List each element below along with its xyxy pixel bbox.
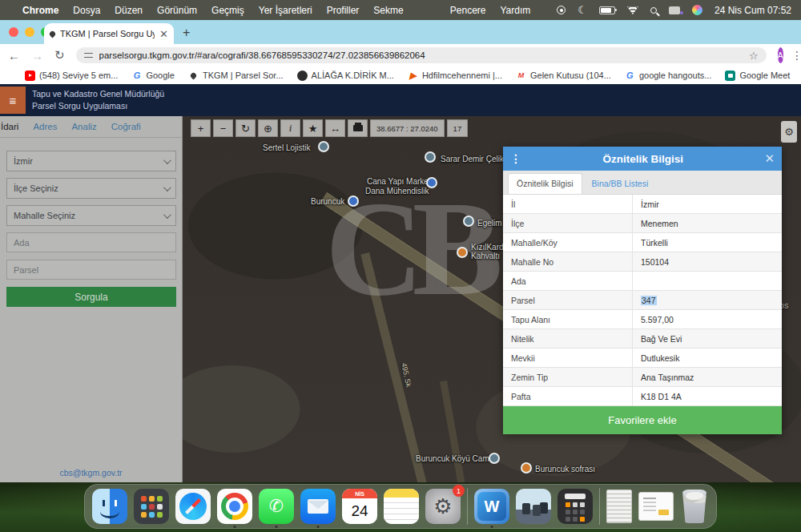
new-tab-button[interactable]: + xyxy=(183,26,190,40)
place-pin-icon[interactable] xyxy=(426,177,437,188)
menu-gecmis[interactable]: Geçmiş xyxy=(211,5,244,16)
menu-yardim[interactable]: Yardım xyxy=(501,5,531,16)
sorgula-button[interactable]: Sorgula xyxy=(6,287,176,307)
place-pin-icon[interactable] xyxy=(348,195,359,207)
map-settings-button[interactable]: ⚙ xyxy=(781,121,797,143)
profile-avatar[interactable]: A xyxy=(778,47,783,63)
photo-app-icon[interactable] xyxy=(516,489,551,524)
zoom-out-button[interactable]: − xyxy=(213,119,233,137)
screen-record-icon[interactable] xyxy=(557,6,566,14)
province-select[interactable]: İzmir xyxy=(6,151,176,171)
place-pin-icon[interactable] xyxy=(318,141,329,152)
menu-profiller[interactable]: Profiller xyxy=(327,5,360,16)
focus-moon-icon[interactable]: ☾ xyxy=(578,4,587,16)
tab-close-icon[interactable]: ✕ xyxy=(159,28,168,40)
siri-icon[interactable] xyxy=(692,5,702,15)
selected-parcel-value[interactable]: 347 xyxy=(641,296,657,305)
zoom-level-display: 17 xyxy=(447,119,469,137)
bookmark-item[interactable]: Google Meet xyxy=(725,71,790,81)
wifi-icon[interactable] xyxy=(627,6,638,14)
chrome-icon[interactable] xyxy=(217,489,252,524)
bookmark-item[interactable]: GGoogle xyxy=(131,71,174,81)
trash-icon[interactable] xyxy=(680,490,709,523)
menu-pencere[interactable]: Pencere xyxy=(450,5,486,16)
map-canvas[interactable]: ★ CB Sertel Lojistik Sarar Demir Çelik C… xyxy=(183,116,801,482)
calendar-icon[interactable]: NİS 24 xyxy=(342,489,377,524)
forward-icon[interactable]: → xyxy=(31,49,43,62)
menu-dosya[interactable]: Dosya xyxy=(73,5,100,16)
tab-oznitelik[interactable]: Öznitelik Bilgisi xyxy=(508,173,582,194)
ada-input[interactable] xyxy=(6,232,176,252)
battery-icon[interactable] xyxy=(599,6,615,14)
menu-sekme[interactable]: Sekme xyxy=(373,5,403,16)
system-settings-icon[interactable]: ⚙1 xyxy=(425,489,461,524)
measure-button[interactable]: ↔ xyxy=(325,119,345,137)
browser-tab[interactable]: TKGM | Parsel Sorgu Uygulan ✕ xyxy=(44,23,174,44)
attribute-panel: ⋮ Öznitelik Bilgisi ✕ Öznitelik Bilgisi … xyxy=(503,147,782,434)
menu-yerisaretleri[interactable]: Yer İşaretleri xyxy=(259,5,312,16)
word-icon[interactable]: W xyxy=(474,489,509,524)
place-pin-icon[interactable] xyxy=(463,216,474,227)
parsel-input[interactable] xyxy=(6,260,176,280)
document-preview-icon[interactable] xyxy=(606,490,632,523)
launchpad-icon[interactable] xyxy=(134,489,169,524)
menu-app-name[interactable]: Chrome xyxy=(22,5,58,16)
bookmark-item[interactable]: Ggoogle hangouts... xyxy=(625,71,712,81)
finder-icon[interactable] xyxy=(92,489,127,524)
place-pin-icon[interactable] xyxy=(521,462,532,474)
mail-icon[interactable] xyxy=(300,489,336,524)
table-row: MevkiiDutlukesik xyxy=(503,349,782,368)
minimize-window-button[interactable] xyxy=(25,27,34,37)
panel-menu-icon[interactable]: ⋮ xyxy=(510,152,521,165)
zoom-in-button[interactable]: + xyxy=(191,119,211,137)
refresh-button[interactable]: ↻ xyxy=(235,119,256,137)
coordinates-display: 38.6677 : 27.0240 xyxy=(370,119,445,137)
place-pin-icon[interactable] xyxy=(457,247,468,258)
tab-adres[interactable]: Adres xyxy=(33,122,57,131)
print-button[interactable] xyxy=(348,119,368,137)
bookmark-item[interactable]: (548) Seviye 5 em... xyxy=(25,71,118,81)
tab-title: TKGM | Parsel Sorgu Uygulan xyxy=(60,29,155,38)
chrome-toolbar: ← → ↻ parselsorgu.tkgm.gov.tr/#ara/cogra… xyxy=(0,44,801,66)
back-icon[interactable]: ← xyxy=(8,49,20,62)
add-to-favorites-button[interactable]: Favorilere ekle xyxy=(503,406,782,434)
tab-idari[interactable]: İdari xyxy=(1,122,18,131)
tab-cografi[interactable]: Coğrafi xyxy=(111,122,141,131)
favorites-button[interactable]: ★ xyxy=(303,119,323,137)
hamburger-menu-button[interactable]: ≡ xyxy=(0,87,26,114)
reload-icon[interactable]: ↻ xyxy=(54,48,65,62)
safari-icon[interactable] xyxy=(175,489,211,524)
spotlight-icon[interactable] xyxy=(650,7,657,14)
tab-bina-listesi[interactable]: Bina/BB Listesi xyxy=(584,174,657,194)
panel-close-icon[interactable]: ✕ xyxy=(764,151,775,166)
bookmark-item[interactable]: ▶Hdfilmcehennemi |... xyxy=(408,71,502,81)
whatsapp-icon[interactable]: ✆ xyxy=(259,489,294,524)
tkgm-header: ≡ Tapu ve Kadastro Genel Müdürlüğü Parse… xyxy=(0,84,801,116)
address-bar[interactable]: parselsorgu.tkgm.gov.tr/#ara/cografi/38.… xyxy=(76,47,767,63)
cbs-email-link[interactable]: cbs@tkgm.gov.tr xyxy=(0,468,182,478)
app-title: Tapu ve Kadastro Genel Müdürlüğü Parsel … xyxy=(32,88,164,112)
site-settings-icon[interactable] xyxy=(84,52,93,59)
bookmark-star-icon[interactable]: ☆ xyxy=(749,50,759,62)
notes-icon[interactable] xyxy=(384,489,419,524)
bookmark-item[interactable]: TKGM | Parsel Sor... xyxy=(188,71,284,81)
locate-button[interactable]: ⊕ xyxy=(258,119,278,137)
bookmark-item[interactable]: MGelen Kutusu (104... xyxy=(516,71,611,81)
bookmark-item[interactable]: ALİAĞA K.DİRİK M... xyxy=(297,71,394,81)
menu-clock[interactable]: 24 Nis Cum 07:52 xyxy=(714,5,791,16)
query-sidebar: İdari Adres Analiz Coğrafi İzmir İlçe Se… xyxy=(0,116,183,482)
map-label: Buruncuk Köyü Camii xyxy=(416,454,493,463)
close-window-button[interactable] xyxy=(9,27,18,37)
chrome-menu-icon[interactable]: ⋮ xyxy=(791,49,801,62)
menu-duzen[interactable]: Düzen xyxy=(115,5,143,16)
neighborhood-select[interactable]: Mahalle Seçiniz xyxy=(6,205,176,226)
district-select[interactable]: İlçe Seçiniz xyxy=(6,178,176,199)
place-pin-icon[interactable] xyxy=(489,453,500,464)
info-button[interactable]: i xyxy=(280,119,300,137)
tab-analiz[interactable]: Analiz xyxy=(71,122,96,131)
menu-gorunum[interactable]: Görünüm xyxy=(157,5,197,16)
calculator-icon[interactable] xyxy=(557,489,593,524)
display-switcher-icon[interactable] xyxy=(669,6,680,14)
downloads-window-icon[interactable] xyxy=(638,492,674,521)
place-pin-icon[interactable] xyxy=(425,151,436,163)
